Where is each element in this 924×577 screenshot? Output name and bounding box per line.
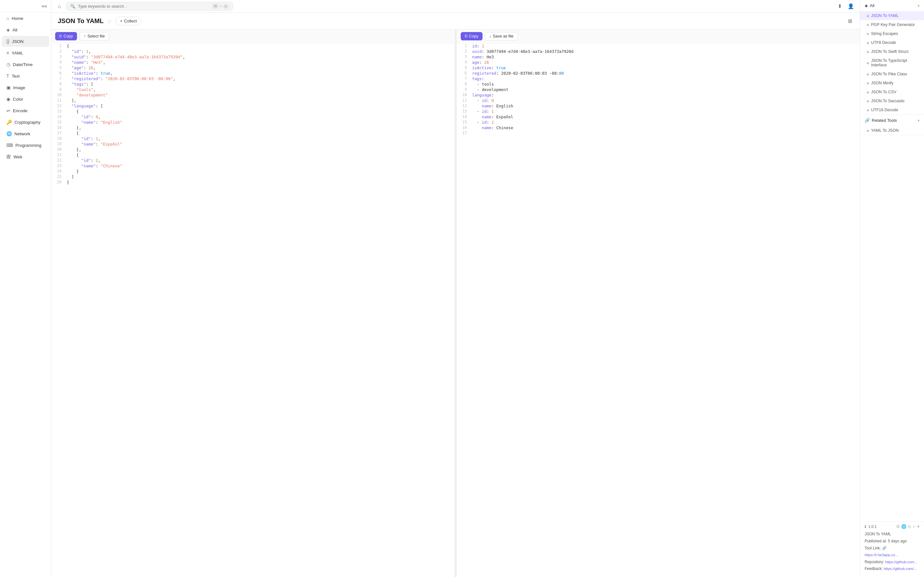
all-tools-item-utf8[interactable]: ◈ UTF8 Decode xyxy=(860,38,924,47)
programming-icon: ⌨ xyxy=(6,143,13,148)
select-file-button[interactable]: ↑ Select file xyxy=(79,32,109,40)
tool-icon-10: ◈ xyxy=(867,108,869,112)
topbar: ⌂ 🔍 ⌘ + K ⬆ 👤 xyxy=(51,0,860,13)
split-view-button[interactable]: ⊞ xyxy=(846,17,853,25)
yaml-output: 1 id: 1 2 uuid: 3d877494-e7d4-48e3-aa7a-… xyxy=(457,43,860,577)
json-line-14: 14 "id": 0, xyxy=(51,114,455,119)
yaml-line-16: 16 name: Chinese xyxy=(457,125,860,131)
yaml-line-2: 2 uuid: 3d877494-e7d4-48e3-aa7a-164373a7… xyxy=(457,49,860,54)
sidebar-item-json[interactable]: {} JSON xyxy=(2,36,49,47)
yaml-line-7: 7 tags: xyxy=(457,76,860,81)
link-icon: 🔗 xyxy=(882,546,887,550)
all-tools-item-pike[interactable]: ◈ JSON To Pike Class xyxy=(860,69,924,79)
json-editor[interactable]: 1 { 2 "id": 1, 3 "uuid": "3d877494-e7d4-… xyxy=(51,43,455,577)
all-tools-section-header[interactable]: ◈ All ▾ xyxy=(860,0,924,11)
web-icon: 🕸 xyxy=(6,154,11,159)
sidebar-item-text[interactable]: T Text xyxy=(2,71,49,81)
sidebar-item-encode[interactable]: ⇌ Encode xyxy=(2,105,49,116)
all-tools-item-csv[interactable]: ◈ JSON To CSV xyxy=(860,87,924,97)
all-tools-item-json-to-yaml[interactable]: ◈ JSON To YAML xyxy=(860,11,924,20)
all-tools-item-typescript[interactable]: ◈ JSON To TypeScript Interface xyxy=(860,56,924,69)
json-line-9: 9 "tools", xyxy=(51,87,455,92)
all-tools-item-sarcastic[interactable]: ◈ JSON To Sarcastic xyxy=(860,97,924,105)
yaml-line-11: 11 - id: 0 xyxy=(457,98,860,103)
save-file-button[interactable]: ↓ Save as file xyxy=(485,32,518,40)
all-tools-item-pgp[interactable]: ◈ PGP Key Pair Generator xyxy=(860,20,924,29)
copy-icon-yaml: ⎘ xyxy=(465,34,467,39)
all-tools-item-utf16[interactable]: ◈ UTF16 Decode xyxy=(860,105,924,114)
related-tools-chevron: ▾ xyxy=(918,118,919,123)
all-tools-section: ◈ All ▾ ◈ JSON To YAML ◈ PGP Key Pair Ge… xyxy=(860,0,924,115)
tool-icon-3: ◈ xyxy=(867,41,869,45)
all-tools-item-minify[interactable]: ◈ JSON Minify xyxy=(860,79,924,87)
json-copy-button[interactable]: ⎘ Copy xyxy=(55,32,77,40)
search-shortcut: ⌘ + K xyxy=(212,4,228,9)
topbar-home-button[interactable]: ⌂ xyxy=(56,2,63,11)
search-input[interactable] xyxy=(78,4,210,9)
tool-icon-0: ◈ xyxy=(867,14,869,18)
related-tools-section-header[interactable]: 🔗 Related Tools ▾ xyxy=(860,115,924,126)
search-bar[interactable]: 🔍 ⌘ + K xyxy=(66,2,233,11)
yaml-line-12: 12 name: English xyxy=(457,103,860,109)
json-line-7: 7 "registered": "2020-02-03T06:00:03 -08… xyxy=(51,76,455,81)
sidebar-item-home[interactable]: ⌂ Home xyxy=(2,13,49,24)
json-input-panel: ⎘ Copy ↑ Select file 1 { 2 xyxy=(51,29,455,577)
yaml-line-5: 5 isActive: true xyxy=(457,65,860,71)
json-line-24: 24 } xyxy=(51,169,455,174)
yaml-line-17: 17 xyxy=(457,131,860,135)
json-line-3: 3 "uuid": "3d877494-e7d4-48e3-aa7a-16437… xyxy=(51,54,455,60)
github-icon[interactable]: ⊙ xyxy=(908,524,911,529)
yaml-icon: ≡ xyxy=(6,50,9,55)
repo-link[interactable]: https://github.com... xyxy=(885,560,917,564)
all-tools-chevron: ▾ xyxy=(918,3,919,8)
check-icon[interactable]: ✓ xyxy=(913,524,916,529)
sidebar-item-cryptography[interactable]: 🔑 Cryptography xyxy=(2,117,49,127)
expand-icon[interactable]: ▾ xyxy=(917,524,919,529)
yaml-line-4: 4 age: 26 xyxy=(457,60,860,65)
share-icon[interactable]: ⬆ xyxy=(837,2,843,11)
related-tools-section: 🔗 Related Tools ▾ ◈ YAML To JSON xyxy=(860,115,924,135)
sidebar-header: «« xyxy=(0,0,51,13)
yaml-copy-button[interactable]: ⎘ Copy xyxy=(461,32,483,40)
json-line-5: 5 "age": 26, xyxy=(51,65,455,71)
sidebar-item-web[interactable]: 🕸 Web xyxy=(2,151,49,162)
sidebar-item-programming[interactable]: ⌨ Programming xyxy=(2,140,49,151)
yaml-line-13: 13 - id: 1 xyxy=(457,109,860,114)
related-tool-yaml-to-json[interactable]: ◈ YAML To JSON xyxy=(860,126,924,135)
all-tools-item-string-escapes[interactable]: ◈ String Escapes xyxy=(860,29,924,38)
version-tool-name: JSON To YAML xyxy=(865,531,919,538)
collect-button[interactable]: + Collect xyxy=(115,17,142,25)
user-icon[interactable]: 👤 xyxy=(846,2,855,11)
datetime-icon: ◷ xyxy=(6,62,10,67)
sidebar-item-network[interactable]: 🌐 Network xyxy=(2,128,49,139)
json-line-15: 15 "name": "English" xyxy=(51,119,455,125)
tool-icon-4: ◈ xyxy=(867,50,869,54)
json-line-22: 22 "id": 2, xyxy=(51,158,455,163)
settings-icon[interactable]: ⚙ xyxy=(896,524,900,529)
sidebar-item-yaml[interactable]: ≡ YAML xyxy=(2,47,49,58)
encode-icon: ⇌ xyxy=(6,108,10,113)
feedback-link[interactable]: https://github.com/... xyxy=(884,567,917,571)
sidebar-item-all[interactable]: ◈ All xyxy=(2,24,49,35)
globe-icon[interactable]: 🌐 xyxy=(901,524,906,529)
sidebar-item-datetime[interactable]: ◷ Date/Time xyxy=(2,59,49,70)
yaml-line-8: 8 - tools xyxy=(457,81,860,87)
version-repo-row: Repository: https://github.com... xyxy=(865,559,919,566)
json-line-17: 17 { xyxy=(51,131,455,136)
json-line-10: 10 "development" xyxy=(51,92,455,98)
json-line-12: 12 "language": [ xyxy=(51,103,455,109)
sidebar-item-image[interactable]: ▣ Image xyxy=(2,82,49,93)
tool-icon-9: ◈ xyxy=(867,99,869,103)
star-button[interactable]: ☆ xyxy=(107,18,112,25)
version-action-icons: ⚙ 🌐 ⊙ ✓ ▾ xyxy=(896,524,919,529)
sidebar-toggle-icon[interactable]: «« xyxy=(41,3,47,9)
tool-header: JSON To YAML ☆ + Collect ⊞ xyxy=(51,13,860,29)
all-icon: ◈ xyxy=(6,27,10,32)
json-line-4: 4 "name": "He3", xyxy=(51,60,455,65)
info-icon: ℹ xyxy=(865,524,866,529)
all-tools-item-swift[interactable]: ◈ JSON To Swift Struct xyxy=(860,47,924,56)
upload-icon: ↑ xyxy=(84,34,86,39)
version-tool-link-row: Tool Link: 🔗 https://t.he3app.co... xyxy=(865,545,919,559)
sidebar-item-color[interactable]: ◉ Color xyxy=(2,93,49,105)
yaml-line-9: 9 - development xyxy=(457,87,860,92)
